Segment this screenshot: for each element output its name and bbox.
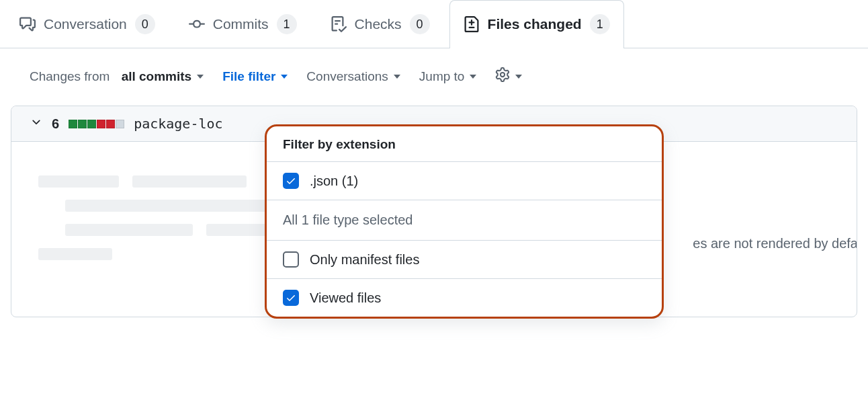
tab-conversation[interactable]: Conversation 0 (5, 0, 169, 48)
chevron-down-icon (281, 75, 288, 79)
tab-label: Checks (355, 16, 402, 32)
tab-commits[interactable]: Commits 1 (175, 0, 311, 48)
checkbox-checked-icon (283, 290, 299, 306)
tab-counter: 1 (590, 14, 610, 34)
chevron-down-icon (394, 75, 400, 79)
checkbox-checked-icon (283, 173, 299, 189)
chevron-down-icon (515, 75, 522, 79)
comment-discussion-icon (19, 16, 36, 32)
diff-line-count: 6 (52, 116, 59, 132)
file-filter-dropdown: Filter by extension .json (1) All 1 file… (265, 124, 664, 317)
filter-label: Only manifest files (310, 252, 419, 268)
tab-counter: 0 (410, 14, 430, 34)
pr-tabnav: Conversation 0 Commits 1 Checks 0 Files … (0, 0, 868, 48)
checkbox-unchecked-icon (283, 251, 299, 268)
diffstat-icon (69, 120, 124, 128)
file-diff-icon (464, 16, 480, 32)
gear-icon (495, 67, 510, 85)
tab-counter: 1 (277, 14, 297, 34)
diff-toolbar: Changes from all commits File filter Con… (0, 48, 868, 97)
filter-label: .json (1) (310, 173, 358, 189)
dropdown-header: Filter by extension (267, 126, 662, 162)
chevron-down-icon (470, 75, 476, 79)
conversations-menu[interactable]: Conversations (306, 69, 400, 84)
changes-from-menu[interactable]: Changes from all commits (30, 69, 204, 84)
tab-label: Conversation (44, 16, 127, 32)
render-note: es are not rendered by defa (693, 236, 857, 251)
filter-extension-json[interactable]: .json (1) (267, 162, 662, 200)
file-name: package-loc (134, 116, 222, 132)
filter-summary: All 1 file type selected (267, 200, 662, 241)
tab-counter: 0 (135, 14, 155, 34)
chevron-down-icon (30, 116, 42, 132)
tab-checks[interactable]: Checks 0 (316, 0, 444, 48)
tab-label: Commits (213, 16, 269, 32)
filter-viewed-files[interactable]: Viewed files (267, 279, 662, 317)
filter-label: Viewed files (310, 290, 381, 306)
filter-only-manifest[interactable]: Only manifest files (267, 241, 662, 279)
tab-label: Files changed (488, 16, 582, 32)
file-filter-menu[interactable]: File filter (222, 69, 288, 84)
jump-to-menu[interactable]: Jump to (419, 69, 477, 84)
chevron-down-icon (197, 75, 204, 79)
git-commit-icon (189, 16, 205, 32)
tab-files-changed[interactable]: Files changed 1 (449, 0, 624, 48)
checklist-icon (331, 16, 347, 32)
diff-settings-menu[interactable] (495, 67, 522, 85)
